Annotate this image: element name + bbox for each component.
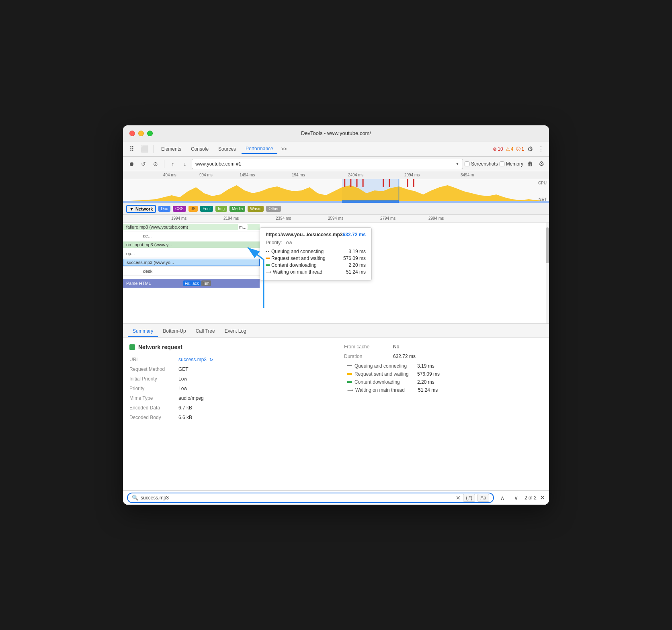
mark-3494: 3494 m	[461, 173, 474, 177]
memory-icon[interactable]: 🗑	[525, 159, 535, 169]
tooltip-row-2: Content downloading 2.20 ms	[266, 262, 366, 268]
dur-arrow-icon: ⟶	[347, 388, 353, 393]
dur-icon-0	[347, 365, 352, 367]
search-count: 2 of 2	[524, 495, 537, 501]
device-toolbar-icon[interactable]: ⬜	[139, 143, 150, 155]
case-button[interactable]: Aa	[477, 494, 489, 502]
screenshots-checkbox[interactable]	[465, 162, 469, 166]
network-label: Network	[135, 207, 153, 211]
memory-checkbox-label[interactable]: Memory	[500, 161, 523, 167]
event-bars: Fir...ack Tim	[183, 280, 211, 286]
upload-button[interactable]: ↑	[168, 159, 178, 169]
filter-css[interactable]: CSS	[173, 206, 186, 212]
minimize-button[interactable]	[138, 131, 144, 136]
network-row-noinput[interactable]: no_input.mp3 (www.y...	[123, 240, 260, 249]
tab-more[interactable]: >>	[279, 145, 289, 153]
search-next-button[interactable]: ∨	[511, 493, 521, 503]
window-title: DevTools - www.youtube.com/	[301, 130, 371, 136]
network-row-failure[interactable]: failure.mp3 (www.youtube.com) m...	[123, 223, 260, 231]
regex-button[interactable]: (.*)	[463, 494, 475, 502]
ruler-1994: 1994 ms	[171, 216, 186, 221]
download-button[interactable]: ↓	[180, 159, 190, 169]
clear-button[interactable]: ⊘	[150, 159, 161, 169]
network-timeline-ruler: 1994 ms 2194 ms 2394 ms 2594 ms 2794 ms …	[123, 215, 549, 223]
tooltip-row-1: Request sent and waiting 576.09 ms	[266, 256, 366, 261]
indicator-green	[266, 264, 270, 266]
filter-wasm[interactable]: Wasm	[248, 206, 264, 212]
parse-html-label: Parse HTML	[126, 281, 151, 286]
svg-rect-5	[356, 179, 357, 187]
close-button[interactable]	[129, 131, 135, 136]
filter-img[interactable]: Img	[215, 206, 227, 212]
filter-media[interactable]: Media	[229, 206, 245, 212]
search-clear-icon[interactable]: ✕	[456, 495, 461, 501]
summary-row-init-priority: Initial Priority Low	[129, 376, 328, 382]
toolbar-settings-icon[interactable]: ⚙	[537, 158, 546, 169]
scrollbar-thumb[interactable]	[546, 227, 549, 264]
row-label-noinput: no_input.mp3 (www.y...	[123, 241, 260, 248]
timeline-graph: CPU NET	[123, 179, 549, 203]
tab-badges: ⊗ 10 ⚠ 4 🛈 1	[493, 146, 524, 152]
tooltip-row-0: Queuing and connecting 3.19 ms	[266, 249, 366, 254]
settings-icon[interactable]: ⚙	[526, 143, 535, 154]
network-row-op[interactable]: op...	[123, 249, 260, 258]
summary-row-duration: Duration 632.72 ms	[344, 354, 543, 359]
inspector-icon[interactable]: ⠿	[126, 143, 137, 155]
svg-rect-4	[350, 179, 351, 187]
mark-2994: 2994 ms	[404, 173, 420, 177]
info-badge: 🛈 1	[516, 146, 524, 152]
indicator-arrow: ⟶	[266, 270, 271, 274]
parse-html-bar: Parse HTML Fir...ack Tim	[123, 279, 260, 288]
tab-sources[interactable]: Sources	[214, 145, 240, 153]
event-bar-firack: Fir...ack	[183, 280, 201, 286]
reload-button[interactable]: ↺	[138, 159, 149, 169]
summary-row-method: Request Method GET	[129, 366, 328, 372]
screenshots-checkbox-label[interactable]: Screenshots	[465, 161, 498, 167]
reload-icon[interactable]: ↻	[208, 357, 214, 362]
url-link[interactable]: success.mp3	[178, 357, 207, 362]
filter-other[interactable]: Other	[266, 206, 281, 212]
svg-rect-8	[389, 179, 390, 187]
more-options-icon[interactable]: ⋮	[536, 143, 546, 154]
title-bar: DevTools - www.youtube.com/	[123, 125, 549, 141]
timeline-area: 494 ms 994 ms 1494 ms 194 ms 2494 ms 299…	[123, 171, 549, 203]
tab-summary[interactable]: Summary	[128, 326, 158, 337]
tab-separator	[154, 145, 154, 153]
maximize-button[interactable]	[147, 131, 153, 136]
tab-event-log[interactable]: Event Log	[220, 326, 251, 337]
ruler-2594: 2594 ms	[328, 216, 343, 221]
url-dropdown-icon[interactable]: ▼	[455, 162, 459, 166]
memory-checkbox[interactable]	[500, 162, 504, 166]
svg-rect-9	[407, 179, 408, 187]
summary-row-encoded: Encoded Data 6.7 kB	[129, 405, 328, 411]
mark-1494: 1494 ms	[240, 173, 255, 177]
svg-rect-10	[413, 179, 414, 187]
network-row-success[interactable]: success.mp3 (www.yo...	[123, 258, 260, 267]
network-panel: ▼ Network Doc CSS JS Font Img Media Wasm…	[123, 203, 549, 324]
filter-doc[interactable]: Doc	[158, 206, 170, 212]
tab-bottom-up[interactable]: Bottom-Up	[158, 326, 191, 337]
network-label-button[interactable]: ▼ Network	[126, 205, 156, 213]
summary-icon	[129, 344, 135, 350]
tooltip-row-3: ⟶ Waiting on main thread 51.24 ms	[266, 269, 366, 275]
indicator-dashed	[266, 251, 270, 252]
network-row-ge[interactable]: ge...	[123, 231, 260, 240]
tab-console[interactable]: Console	[187, 145, 213, 153]
tab-elements[interactable]: Elements	[157, 145, 185, 153]
ruler-2994: 2994 ms	[428, 216, 444, 221]
row-label-desk: desk	[123, 269, 260, 274]
record-button[interactable]: ⏺	[126, 159, 137, 169]
tooltip-priority: Priority: Low	[266, 240, 366, 245]
tab-call-tree[interactable]: Call Tree	[191, 326, 220, 337]
search-input[interactable]	[141, 495, 453, 501]
net-label: NET	[539, 197, 547, 202]
summary-row-url: URL success.mp3 ↻	[129, 357, 328, 362]
warning-badge: ⚠ 4	[506, 146, 514, 152]
tab-performance[interactable]: Performance	[242, 144, 277, 154]
url-box: www.youtube.com #1 ▼	[192, 159, 463, 169]
network-row-desk[interactable]: desk	[123, 267, 260, 276]
search-close-button[interactable]: ✕	[540, 494, 545, 501]
search-prev-button[interactable]: ∧	[497, 493, 508, 503]
filter-font[interactable]: Font	[200, 206, 213, 212]
filter-js[interactable]: JS	[188, 206, 198, 212]
